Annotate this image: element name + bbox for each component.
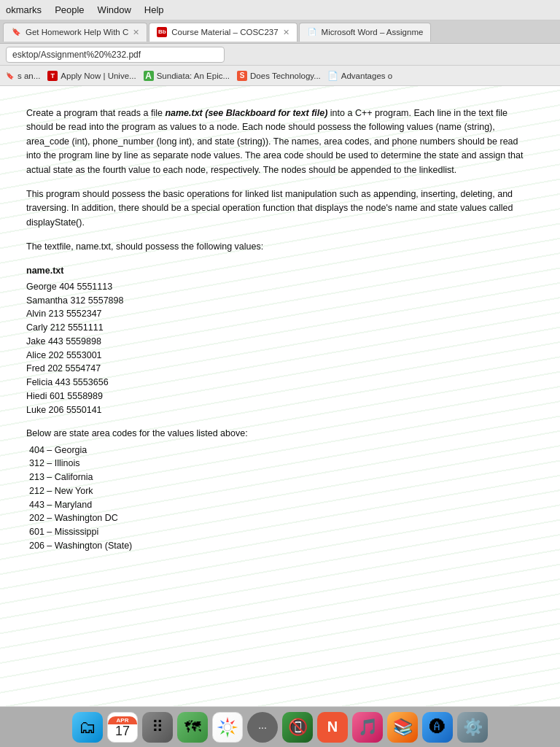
photos-icon (216, 716, 239, 739)
tab-close-course[interactable]: ✕ (283, 28, 289, 37)
state-code-7: 601 – Mississippi (26, 525, 534, 539)
facetime-icon: 📵 (288, 718, 308, 737)
tab-label-word: Microsoft Word – Assignme (322, 28, 424, 36)
maps-icon: 🗺 (184, 718, 201, 737)
data-line-7: Fred 202 5554747 (26, 362, 534, 376)
state-code-6: 202 – Washington DC (26, 511, 534, 525)
bookmark-label-sundiata: Sundiata: An Epic... (157, 71, 230, 80)
svg-point-1 (225, 724, 231, 730)
music-icon: 🎵 (358, 718, 378, 737)
name-txt-section: name.txt George 404 5551113 Samantha 312… (26, 264, 534, 417)
state-code-4: 212 – New York (26, 484, 534, 498)
address-bar (0, 44, 560, 66)
state-code-2: 312 – Illinois (26, 457, 534, 471)
data-line-9: Hiedi 601 5558989 (26, 390, 534, 403)
bookmark-apply[interactable]: T Apply Now | Unive... (47, 71, 136, 81)
bookmark-advantages[interactable]: 📄 Advantages o (328, 71, 392, 81)
bookmark-favicon-san: 🔖 (4, 71, 15, 81)
tab-favicon-doc: 📄 (307, 27, 317, 37)
data-line-1: George 404 5551113 (26, 280, 534, 294)
bookmark-sundiata[interactable]: A Sundiata: An Epic... (144, 71, 230, 81)
menu-item-people[interactable]: People (55, 4, 84, 15)
finder-icon: 🗂 (79, 717, 96, 738)
dock-facetime[interactable]: 📵 (282, 712, 313, 743)
tab-label-homework: Get Homework Help With C (26, 28, 128, 36)
dock-appstore[interactable]: 🅐 (422, 712, 453, 743)
settings-icon: ⚙️ (463, 718, 483, 737)
tab-homework[interactable]: 🔖 Get Homework Help With C ✕ (3, 23, 147, 42)
tab-label-course: Course Material – COSC237 (171, 28, 278, 36)
state-code-5: 443 – Maryland (26, 498, 534, 512)
data-line-6: Alice 202 5553001 (26, 349, 534, 363)
data-line-3: Alvin 213 5552347 (26, 307, 534, 321)
pdf-paragraph-3: The textfile, name.txt, should possess t… (26, 240, 534, 254)
dock-news[interactable]: N (317, 712, 348, 743)
pdf-paragraph-1: Create a program that reads a file name.… (26, 107, 534, 177)
tab-favicon-homework: 🔖 (11, 27, 21, 37)
pdf-area: Create a program that reads a file name.… (0, 86, 560, 706)
bookmark-san[interactable]: 🔖 s an... (4, 71, 40, 81)
tab-word[interactable]: 📄 Microsoft Word – Assignme (299, 23, 432, 42)
bookmark-favicon-apply: T (47, 71, 58, 81)
dock-calendar[interactable]: APR 17 (107, 712, 138, 743)
bookmark-label-apply: Apply Now | Unive... (61, 71, 136, 80)
dots-icon: ··· (258, 721, 267, 733)
launchpad-icon: ⠿ (152, 718, 163, 737)
state-codes-section: Below are state area codes for the value… (26, 427, 534, 552)
menu-item-window[interactable]: Window (98, 4, 131, 15)
tab-close-homework[interactable]: ✕ (133, 28, 139, 37)
bookmark-does-technology[interactable]: S Does Technology... (237, 71, 321, 81)
calendar-day: 17 (115, 724, 130, 738)
bookmark-label-does: Does Technology... (250, 71, 321, 80)
state-codes-header: Below are state area codes for the value… (26, 427, 534, 441)
tab-bar: 🔖 Get Homework Help With C ✕ Bb Course M… (0, 20, 560, 44)
state-code-1: 404 – Georgia (26, 444, 534, 457)
dock-books[interactable]: 📚 (387, 712, 418, 743)
dock-settings[interactable]: ⚙️ (457, 712, 488, 743)
bookmark-label-advantages: Advantages o (341, 71, 392, 80)
data-line-10: Luke 206 5550141 (26, 403, 534, 417)
dock-maps[interactable]: 🗺 (177, 712, 208, 743)
state-code-8: 206 – Washington (State) (26, 539, 534, 553)
appstore-icon: 🅐 (429, 718, 446, 737)
menu-item-bookmarks[interactable]: okmarks (6, 4, 42, 15)
bookmarks-bar: 🔖 s an... T Apply Now | Unive... A Sundi… (0, 66, 560, 86)
bookmark-favicon-sundiata: A (144, 71, 154, 81)
books-icon: 📚 (393, 718, 413, 737)
data-line-4: Carly 212 5551111 (26, 321, 534, 335)
dock: 🗂 APR 17 ⠿ 🗺 ··· 📵 N 🎵 (0, 706, 560, 747)
menu-bar: okmarks People Window Help (0, 0, 560, 20)
data-line-2: Samantha 312 5557898 (26, 294, 534, 308)
dock-music[interactable]: 🎵 (352, 712, 383, 743)
dock-dots[interactable]: ··· (247, 712, 278, 743)
dock-photos[interactable] (212, 712, 243, 743)
dock-finder[interactable]: 🗂 (72, 712, 103, 743)
bookmark-favicon-advantages: 📄 (328, 71, 338, 81)
name-txt-label: name.txt (26, 264, 534, 278)
tab-course-material[interactable]: Bb Course Material – COSC237 ✕ (149, 23, 297, 42)
data-line-5: Jake 443 5559898 (26, 335, 534, 349)
bookmark-label-san: s an... (18, 71, 40, 80)
state-code-3: 213 – California (26, 471, 534, 484)
dock-launchpad[interactable]: ⠿ (142, 712, 173, 743)
pdf-content: Create a program that reads a file name.… (26, 107, 534, 553)
news-icon: N (327, 719, 338, 735)
menu-item-help[interactable]: Help (144, 4, 164, 15)
tab-favicon-bb: Bb (157, 27, 167, 37)
bold-italic-filename: name.txt (see Blackboard for text file) (165, 108, 327, 118)
address-input[interactable] (6, 47, 225, 63)
pdf-paragraph-2: This program should possess the basic op… (26, 187, 534, 230)
bookmark-favicon-s: S (237, 71, 247, 81)
data-line-8: Felicia 443 5553656 (26, 376, 534, 390)
